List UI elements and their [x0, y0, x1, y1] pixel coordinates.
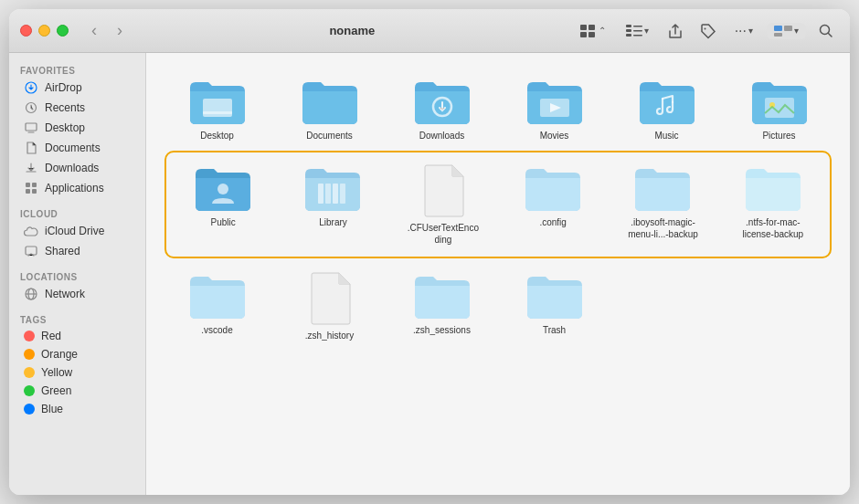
maximize-button[interactable]	[57, 25, 69, 37]
folder-music[interactable]: Music	[614, 71, 719, 147]
folder-library[interactable]: Library	[281, 158, 384, 251]
sidebar-item-recents[interactable]: Recents	[13, 98, 142, 118]
file-zshhistory[interactable]: .zsh_history	[277, 266, 382, 347]
folder-movies-icon	[525, 77, 584, 126]
minimize-button[interactable]	[38, 25, 50, 37]
back-button[interactable]: ‹	[83, 20, 105, 42]
svg-rect-8	[633, 30, 642, 32]
shared-icon	[24, 244, 38, 258]
group-button[interactable]: ▾	[620, 22, 655, 40]
main-file-area: Desktop Documents	[146, 53, 850, 495]
svg-rect-33	[325, 184, 331, 204]
svg-rect-9	[633, 35, 642, 37]
folder-documents-icon	[301, 77, 359, 126]
share-button[interactable]	[663, 18, 688, 44]
sidebar-item-green[interactable]: Green	[13, 382, 142, 400]
folder-vscode[interactable]: .vscode	[164, 266, 270, 347]
sidebar-item-desktop[interactable]: Desktop	[13, 118, 142, 138]
sidebar-item-network[interactable]: Network	[13, 284, 142, 304]
tag-icon	[700, 23, 716, 39]
sidebar: Favorites AirDrop Recents	[9, 53, 146, 495]
folder-config[interactable]: .config	[502, 158, 604, 251]
svg-rect-32	[318, 184, 323, 204]
red-tag-dot	[24, 331, 35, 341]
sidebar-section-locations: Locations Network	[9, 268, 145, 304]
view-toggle-button[interactable]: ⌃	[574, 22, 612, 40]
svg-rect-35	[340, 184, 345, 204]
more-button[interactable]: ··· ▾	[728, 20, 759, 42]
sidebar-item-downloads[interactable]: Downloads	[13, 158, 142, 178]
folder-movies[interactable]: Movies	[502, 71, 607, 147]
selected-row: Public Library	[164, 151, 832, 258]
navigation-buttons: ‹ ›	[83, 20, 131, 42]
svg-rect-18	[26, 183, 30, 187]
folder-documents[interactable]: Documents	[277, 71, 382, 147]
view-options-button[interactable]: ▾	[767, 23, 806, 39]
folder-ntfs[interactable]: .ntfs-for-mac-license-backup	[722, 158, 824, 251]
share-icon	[668, 23, 683, 39]
search-button[interactable]	[813, 18, 839, 44]
row-3: .vscode .zsh_history	[164, 266, 832, 347]
svg-rect-11	[774, 26, 782, 31]
view-icon	[774, 25, 792, 37]
svg-rect-0	[580, 25, 587, 30]
folder-trash-icon	[525, 271, 584, 320]
sidebar-item-icloud-drive[interactable]: iCloud Drive	[13, 221, 142, 241]
toolbar-controls: ⌃ ▾	[574, 18, 839, 44]
folder-zshsessions[interactable]: .zsh_sessions	[389, 266, 494, 347]
folder-zshsessions-icon	[413, 271, 472, 320]
downloads-icon	[24, 161, 38, 175]
sidebar-item-orange[interactable]: Orange	[13, 345, 142, 363]
recents-icon	[24, 100, 38, 115]
locations-label: Locations	[9, 268, 145, 284]
file-cfusertext[interactable]: .CFUserTextEncoding	[392, 158, 494, 251]
sidebar-item-applications[interactable]: Applications	[13, 178, 142, 198]
folder-downloads-icon	[413, 77, 472, 126]
sidebar-section-favorites: Favorites AirDrop Recents	[9, 62, 145, 198]
folder-trash[interactable]: Trash	[502, 266, 607, 347]
search-icon	[819, 24, 833, 38]
yellow-tag-dot	[24, 367, 35, 378]
sidebar-item-red[interactable]: Red	[13, 327, 142, 345]
folder-iboysoft[interactable]: .iboysoft-magic-menu-li...-backup	[611, 158, 714, 251]
titlebar: ‹ › noname ⌃	[9, 9, 850, 53]
forward-button[interactable]: ›	[109, 20, 131, 42]
close-button[interactable]	[20, 25, 32, 37]
row-1: Desktop Documents	[164, 71, 832, 147]
icloud-drive-icon	[24, 224, 38, 238]
sidebar-item-yellow[interactable]: Yellow	[13, 363, 142, 382]
folder-vscode-icon	[188, 271, 247, 320]
window-title: noname	[131, 24, 574, 37]
folder-pictures-icon	[750, 77, 809, 126]
documents-icon	[24, 141, 38, 155]
svg-point-31	[217, 184, 228, 194]
svg-point-10	[704, 27, 705, 29]
group-icon	[626, 25, 642, 37]
finder-window: ‹ › noname ⌃	[9, 9, 850, 495]
svg-rect-20	[26, 189, 30, 194]
sidebar-item-documents[interactable]: Documents	[13, 138, 142, 158]
svg-rect-17	[26, 123, 37, 131]
grid-view-icon	[580, 25, 597, 37]
folder-music-icon	[638, 77, 696, 126]
sidebar-item-shared[interactable]: Shared	[13, 241, 142, 261]
sidebar-item-blue[interactable]: Blue	[13, 400, 142, 418]
tag-button[interactable]	[695, 18, 721, 44]
svg-rect-7	[633, 26, 642, 27]
desktop-icon	[24, 121, 38, 135]
svg-rect-29	[765, 98, 794, 118]
sidebar-item-airdrop[interactable]: AirDrop	[13, 78, 142, 98]
folder-downloads[interactable]: Downloads	[389, 71, 494, 147]
network-icon	[24, 287, 38, 301]
folder-iboysoft-icon	[633, 163, 692, 213]
folder-public[interactable]: Public	[172, 158, 274, 251]
svg-rect-34	[333, 184, 338, 204]
folder-library-icon	[303, 163, 362, 213]
svg-rect-12	[784, 26, 792, 31]
folder-public-icon	[194, 163, 252, 213]
folder-pictures[interactable]: Pictures	[726, 71, 832, 147]
svg-rect-1	[589, 25, 595, 30]
folder-desktop[interactable]: Desktop	[164, 71, 270, 147]
icloud-label: iCloud	[9, 205, 145, 221]
traffic-lights	[20, 25, 69, 37]
